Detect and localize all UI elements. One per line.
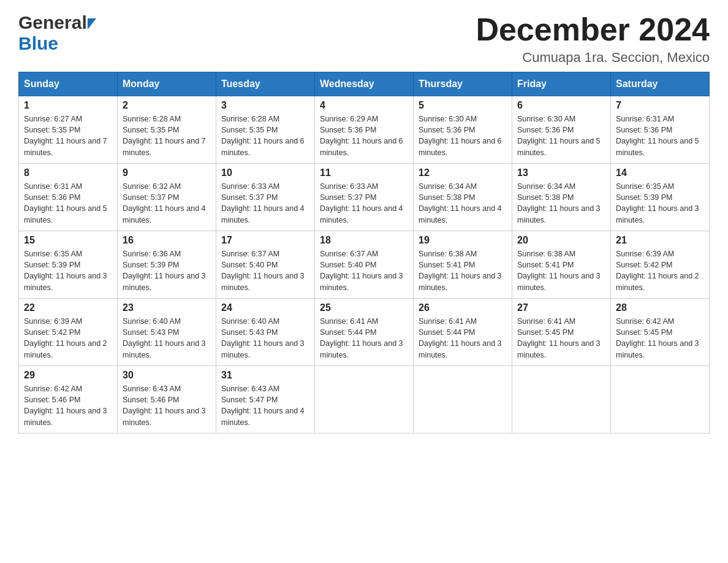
day-number: 26 — [419, 302, 507, 313]
calendar-cell: 29Sunrise: 6:42 AMSunset: 5:46 PMDayligh… — [19, 366, 118, 434]
day-info: Sunrise: 6:39 AMSunset: 5:42 PMDaylight:… — [24, 316, 112, 361]
day-number: 21 — [616, 235, 704, 246]
day-info: Sunrise: 6:35 AMSunset: 5:39 PMDaylight:… — [24, 248, 112, 293]
day-info: Sunrise: 6:28 AMSunset: 5:35 PMDaylight:… — [221, 113, 309, 158]
day-info: Sunrise: 6:32 AMSunset: 5:37 PMDaylight:… — [123, 181, 211, 226]
calendar-week-row: 1Sunrise: 6:27 AMSunset: 5:35 PMDaylight… — [19, 96, 710, 164]
calendar-cell: 6Sunrise: 6:30 AMSunset: 5:36 PMDaylight… — [512, 96, 611, 164]
day-number: 4 — [320, 100, 408, 111]
weekday-header-thursday: Thursday — [414, 72, 512, 96]
day-info: Sunrise: 6:42 AMSunset: 5:46 PMDaylight:… — [24, 383, 112, 428]
day-number: 31 — [221, 370, 309, 381]
day-info: Sunrise: 6:33 AMSunset: 5:37 PMDaylight:… — [221, 181, 309, 226]
weekday-header-tuesday: Tuesday — [216, 72, 315, 96]
day-number: 28 — [616, 302, 704, 313]
day-info: Sunrise: 6:37 AMSunset: 5:40 PMDaylight:… — [320, 248, 408, 293]
day-number: 3 — [221, 100, 309, 111]
calendar-cell: 15Sunrise: 6:35 AMSunset: 5:39 PMDayligh… — [19, 231, 118, 299]
day-number: 7 — [616, 100, 704, 111]
day-number: 27 — [517, 302, 605, 313]
logo-blue-text: Blue — [18, 33, 58, 54]
day-info: Sunrise: 6:33 AMSunset: 5:37 PMDaylight:… — [320, 181, 408, 226]
day-info: Sunrise: 6:35 AMSunset: 5:39 PMDaylight:… — [616, 181, 704, 226]
day-number: 2 — [123, 100, 211, 111]
day-number: 12 — [419, 167, 507, 178]
page-header: General Blue December 2024 Cumuapa 1ra. … — [18, 12, 710, 66]
day-number: 9 — [123, 167, 211, 178]
day-number: 24 — [221, 302, 309, 313]
weekday-header-saturday: Saturday — [611, 72, 710, 96]
calendar-cell: 23Sunrise: 6:40 AMSunset: 5:43 PMDayligh… — [118, 299, 216, 366]
day-number: 19 — [419, 235, 507, 246]
day-info: Sunrise: 6:31 AMSunset: 5:36 PMDaylight:… — [24, 181, 112, 226]
calendar-cell: 25Sunrise: 6:41 AMSunset: 5:44 PMDayligh… — [315, 299, 414, 366]
calendar-cell: 4Sunrise: 6:29 AMSunset: 5:36 PMDaylight… — [315, 96, 414, 164]
day-info: Sunrise: 6:43 AMSunset: 5:47 PMDaylight:… — [221, 383, 309, 428]
calendar-table: SundayMondayTuesdayWednesdayThursdayFrid… — [18, 72, 710, 434]
calendar-cell — [315, 366, 414, 434]
day-info: Sunrise: 6:41 AMSunset: 5:44 PMDaylight:… — [419, 316, 507, 361]
calendar-cell: 21Sunrise: 6:39 AMSunset: 5:42 PMDayligh… — [611, 231, 710, 299]
day-number: 20 — [517, 235, 605, 246]
day-number: 15 — [24, 235, 112, 246]
calendar-cell: 8Sunrise: 6:31 AMSunset: 5:36 PMDaylight… — [19, 164, 118, 231]
day-info: Sunrise: 6:36 AMSunset: 5:39 PMDaylight:… — [123, 248, 211, 293]
day-number: 14 — [616, 167, 704, 178]
calendar-cell: 10Sunrise: 6:33 AMSunset: 5:37 PMDayligh… — [216, 164, 315, 231]
day-info: Sunrise: 6:40 AMSunset: 5:43 PMDaylight:… — [123, 316, 211, 361]
day-number: 30 — [123, 370, 211, 381]
day-info: Sunrise: 6:37 AMSunset: 5:40 PMDaylight:… — [221, 248, 309, 293]
calendar-week-row: 15Sunrise: 6:35 AMSunset: 5:39 PMDayligh… — [19, 231, 710, 299]
calendar-cell: 11Sunrise: 6:33 AMSunset: 5:37 PMDayligh… — [315, 164, 414, 231]
calendar-cell: 7Sunrise: 6:31 AMSunset: 5:36 PMDaylight… — [611, 96, 710, 164]
calendar-cell — [512, 366, 611, 434]
calendar-cell: 18Sunrise: 6:37 AMSunset: 5:40 PMDayligh… — [315, 231, 414, 299]
calendar-cell: 24Sunrise: 6:40 AMSunset: 5:43 PMDayligh… — [216, 299, 315, 366]
calendar-cell — [611, 366, 710, 434]
day-info: Sunrise: 6:30 AMSunset: 5:36 PMDaylight:… — [419, 113, 507, 158]
weekday-header-wednesday: Wednesday — [315, 72, 414, 96]
day-number: 17 — [221, 235, 309, 246]
logo: General Blue — [18, 12, 96, 54]
calendar-cell: 30Sunrise: 6:43 AMSunset: 5:46 PMDayligh… — [118, 366, 216, 434]
calendar-cell: 20Sunrise: 6:38 AMSunset: 5:41 PMDayligh… — [512, 231, 611, 299]
day-info: Sunrise: 6:28 AMSunset: 5:35 PMDaylight:… — [123, 113, 211, 158]
calendar-cell: 9Sunrise: 6:32 AMSunset: 5:37 PMDaylight… — [118, 164, 216, 231]
calendar-cell: 19Sunrise: 6:38 AMSunset: 5:41 PMDayligh… — [414, 231, 512, 299]
day-info: Sunrise: 6:29 AMSunset: 5:36 PMDaylight:… — [320, 113, 408, 158]
calendar-week-row: 29Sunrise: 6:42 AMSunset: 5:46 PMDayligh… — [19, 366, 710, 434]
location-subtitle: Cumuapa 1ra. Seccion, Mexico — [476, 50, 710, 66]
day-number: 10 — [221, 167, 309, 178]
calendar-cell — [414, 366, 512, 434]
day-info: Sunrise: 6:39 AMSunset: 5:42 PMDaylight:… — [616, 248, 704, 293]
calendar-cell: 27Sunrise: 6:41 AMSunset: 5:45 PMDayligh… — [512, 299, 611, 366]
day-info: Sunrise: 6:38 AMSunset: 5:41 PMDaylight:… — [517, 248, 605, 293]
day-info: Sunrise: 6:42 AMSunset: 5:45 PMDaylight:… — [616, 316, 704, 361]
calendar-cell: 16Sunrise: 6:36 AMSunset: 5:39 PMDayligh… — [118, 231, 216, 299]
calendar-cell: 5Sunrise: 6:30 AMSunset: 5:36 PMDaylight… — [414, 96, 512, 164]
day-number: 8 — [24, 167, 112, 178]
calendar-cell: 17Sunrise: 6:37 AMSunset: 5:40 PMDayligh… — [216, 231, 315, 299]
day-number: 6 — [517, 100, 605, 111]
calendar-cell: 3Sunrise: 6:28 AMSunset: 5:35 PMDaylight… — [216, 96, 315, 164]
calendar-cell: 22Sunrise: 6:39 AMSunset: 5:42 PMDayligh… — [19, 299, 118, 366]
calendar-cell: 26Sunrise: 6:41 AMSunset: 5:44 PMDayligh… — [414, 299, 512, 366]
calendar-cell: 28Sunrise: 6:42 AMSunset: 5:45 PMDayligh… — [611, 299, 710, 366]
day-number: 18 — [320, 235, 408, 246]
day-number: 5 — [419, 100, 507, 111]
day-info: Sunrise: 6:34 AMSunset: 5:38 PMDaylight:… — [517, 181, 605, 226]
logo-triangle-icon — [88, 18, 96, 29]
day-number: 11 — [320, 167, 408, 178]
day-info: Sunrise: 6:40 AMSunset: 5:43 PMDaylight:… — [221, 316, 309, 361]
day-info: Sunrise: 6:41 AMSunset: 5:44 PMDaylight:… — [320, 316, 408, 361]
calendar-cell: 13Sunrise: 6:34 AMSunset: 5:38 PMDayligh… — [512, 164, 611, 231]
day-number: 16 — [123, 235, 211, 246]
day-info: Sunrise: 6:31 AMSunset: 5:36 PMDaylight:… — [616, 113, 704, 158]
weekday-header-row: SundayMondayTuesdayWednesdayThursdayFrid… — [19, 72, 710, 96]
calendar-cell: 1Sunrise: 6:27 AMSunset: 5:35 PMDaylight… — [19, 96, 118, 164]
day-number: 23 — [123, 302, 211, 313]
weekday-header-sunday: Sunday — [19, 72, 118, 96]
day-info: Sunrise: 6:43 AMSunset: 5:46 PMDaylight:… — [123, 383, 211, 428]
calendar-cell: 12Sunrise: 6:34 AMSunset: 5:38 PMDayligh… — [414, 164, 512, 231]
calendar-cell: 14Sunrise: 6:35 AMSunset: 5:39 PMDayligh… — [611, 164, 710, 231]
